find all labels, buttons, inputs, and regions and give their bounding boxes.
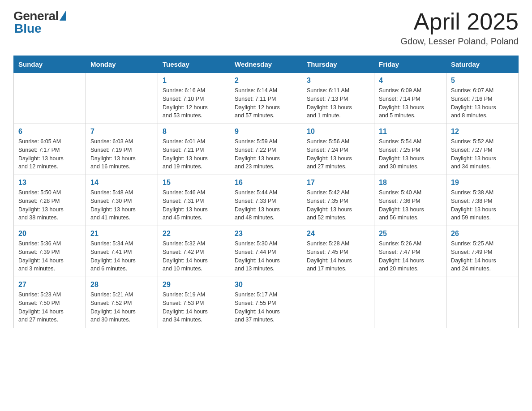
calendar-cell: 28Sunrise: 5:21 AM Sunset: 7:52 PM Dayli… bbox=[86, 277, 158, 328]
calendar-cell: 5Sunrise: 6:07 AM Sunset: 7:16 PM Daylig… bbox=[446, 73, 519, 124]
calendar-cell: 3Sunrise: 6:11 AM Sunset: 7:13 PM Daylig… bbox=[302, 73, 374, 124]
day-info: Sunrise: 5:56 AM Sunset: 7:24 PM Dayligh… bbox=[307, 137, 369, 171]
week-row-2: 6Sunrise: 6:05 AM Sunset: 7:17 PM Daylig… bbox=[14, 124, 519, 175]
day-number: 27 bbox=[18, 281, 81, 289]
calendar-cell: 30Sunrise: 5:17 AM Sunset: 7:55 PM Dayli… bbox=[230, 277, 302, 328]
day-info: Sunrise: 5:17 AM Sunset: 7:55 PM Dayligh… bbox=[235, 291, 297, 324]
day-number: 10 bbox=[307, 128, 369, 136]
day-info: Sunrise: 5:52 AM Sunset: 7:27 PM Dayligh… bbox=[451, 137, 514, 171]
page-header: General Blue April 2025 Gdow, Lesser Pol… bbox=[13, 9, 519, 47]
day-number: 23 bbox=[235, 230, 297, 238]
day-info: Sunrise: 5:46 AM Sunset: 7:31 PM Dayligh… bbox=[163, 188, 225, 222]
calendar-cell: 15Sunrise: 5:46 AM Sunset: 7:31 PM Dayli… bbox=[158, 175, 230, 226]
day-info: Sunrise: 5:28 AM Sunset: 7:45 PM Dayligh… bbox=[307, 240, 369, 273]
logo-triangle-icon bbox=[60, 11, 66, 21]
calendar-header-sunday: Sunday bbox=[14, 56, 86, 73]
day-info: Sunrise: 5:21 AM Sunset: 7:52 PM Dayligh… bbox=[90, 291, 153, 324]
calendar-cell: 24Sunrise: 5:28 AM Sunset: 7:45 PM Dayli… bbox=[302, 226, 374, 277]
day-info: Sunrise: 6:16 AM Sunset: 7:10 PM Dayligh… bbox=[163, 86, 225, 120]
day-number: 17 bbox=[307, 179, 369, 187]
day-info: Sunrise: 5:23 AM Sunset: 7:50 PM Dayligh… bbox=[18, 291, 81, 324]
calendar-cell bbox=[14, 73, 86, 124]
day-number: 15 bbox=[163, 179, 225, 187]
day-info: Sunrise: 6:07 AM Sunset: 7:16 PM Dayligh… bbox=[451, 86, 514, 120]
calendar-header-wednesday: Wednesday bbox=[230, 56, 302, 73]
day-info: Sunrise: 6:14 AM Sunset: 7:11 PM Dayligh… bbox=[235, 86, 297, 120]
calendar-cell: 7Sunrise: 6:03 AM Sunset: 7:19 PM Daylig… bbox=[86, 124, 158, 175]
day-number: 25 bbox=[379, 230, 442, 238]
day-info: Sunrise: 6:01 AM Sunset: 7:21 PM Dayligh… bbox=[163, 137, 225, 171]
logo: General Blue bbox=[13, 9, 66, 36]
day-number: 8 bbox=[163, 128, 225, 136]
day-info: Sunrise: 5:54 AM Sunset: 7:25 PM Dayligh… bbox=[379, 137, 442, 171]
calendar-header-row: SundayMondayTuesdayWednesdayThursdayFrid… bbox=[14, 56, 519, 73]
day-info: Sunrise: 5:36 AM Sunset: 7:39 PM Dayligh… bbox=[18, 240, 81, 273]
calendar-cell: 26Sunrise: 5:25 AM Sunset: 7:49 PM Dayli… bbox=[446, 226, 519, 277]
calendar-cell bbox=[86, 73, 158, 124]
day-info: Sunrise: 5:38 AM Sunset: 7:38 PM Dayligh… bbox=[451, 188, 514, 222]
logo-blue-text: Blue bbox=[14, 21, 42, 36]
day-info: Sunrise: 5:32 AM Sunset: 7:42 PM Dayligh… bbox=[163, 240, 225, 273]
day-info: Sunrise: 5:59 AM Sunset: 7:22 PM Dayligh… bbox=[235, 137, 297, 171]
week-row-5: 27Sunrise: 5:23 AM Sunset: 7:50 PM Dayli… bbox=[14, 277, 519, 328]
day-number: 2 bbox=[235, 77, 297, 85]
calendar-cell bbox=[374, 277, 446, 328]
calendar-cell: 22Sunrise: 5:32 AM Sunset: 7:42 PM Dayli… bbox=[158, 226, 230, 277]
calendar-cell: 19Sunrise: 5:38 AM Sunset: 7:38 PM Dayli… bbox=[446, 175, 519, 226]
day-info: Sunrise: 6:11 AM Sunset: 7:13 PM Dayligh… bbox=[307, 86, 369, 120]
calendar-cell: 20Sunrise: 5:36 AM Sunset: 7:39 PM Dayli… bbox=[14, 226, 86, 277]
day-info: Sunrise: 5:25 AM Sunset: 7:49 PM Dayligh… bbox=[451, 240, 514, 273]
calendar-cell: 9Sunrise: 5:59 AM Sunset: 7:22 PM Daylig… bbox=[230, 124, 302, 175]
calendar-cell: 29Sunrise: 5:19 AM Sunset: 7:53 PM Dayli… bbox=[158, 277, 230, 328]
calendar-cell: 25Sunrise: 5:26 AM Sunset: 7:47 PM Dayli… bbox=[374, 226, 446, 277]
calendar-cell: 11Sunrise: 5:54 AM Sunset: 7:25 PM Dayli… bbox=[374, 124, 446, 175]
day-number: 5 bbox=[451, 77, 514, 85]
week-row-3: 13Sunrise: 5:50 AM Sunset: 7:28 PM Dayli… bbox=[14, 175, 519, 226]
calendar-cell: 16Sunrise: 5:44 AM Sunset: 7:33 PM Dayli… bbox=[230, 175, 302, 226]
calendar-cell: 1Sunrise: 6:16 AM Sunset: 7:10 PM Daylig… bbox=[158, 73, 230, 124]
calendar-cell: 27Sunrise: 5:23 AM Sunset: 7:50 PM Dayli… bbox=[14, 277, 86, 328]
day-number: 21 bbox=[90, 230, 153, 238]
day-number: 9 bbox=[235, 128, 297, 136]
calendar-header-tuesday: Tuesday bbox=[158, 56, 230, 73]
day-number: 20 bbox=[18, 230, 81, 238]
calendar-cell: 4Sunrise: 6:09 AM Sunset: 7:14 PM Daylig… bbox=[374, 73, 446, 124]
day-info: Sunrise: 6:03 AM Sunset: 7:19 PM Dayligh… bbox=[90, 137, 153, 171]
calendar-cell bbox=[446, 277, 519, 328]
day-number: 4 bbox=[379, 77, 442, 85]
day-number: 12 bbox=[451, 128, 514, 136]
day-info: Sunrise: 5:48 AM Sunset: 7:30 PM Dayligh… bbox=[90, 188, 153, 222]
day-number: 29 bbox=[163, 281, 225, 289]
day-number: 7 bbox=[90, 128, 153, 136]
day-number: 18 bbox=[379, 179, 442, 187]
day-info: Sunrise: 5:44 AM Sunset: 7:33 PM Dayligh… bbox=[235, 188, 297, 222]
calendar-header-saturday: Saturday bbox=[446, 56, 519, 73]
calendar-cell: 14Sunrise: 5:48 AM Sunset: 7:30 PM Dayli… bbox=[86, 175, 158, 226]
calendar-header-thursday: Thursday bbox=[302, 56, 374, 73]
calendar-header-friday: Friday bbox=[374, 56, 446, 73]
month-title: April 2025 bbox=[400, 9, 519, 34]
day-info: Sunrise: 5:26 AM Sunset: 7:47 PM Dayligh… bbox=[379, 240, 442, 273]
day-info: Sunrise: 5:19 AM Sunset: 7:53 PM Dayligh… bbox=[163, 291, 225, 324]
calendar-cell: 17Sunrise: 5:42 AM Sunset: 7:35 PM Dayli… bbox=[302, 175, 374, 226]
day-number: 6 bbox=[18, 128, 81, 136]
day-info: Sunrise: 6:05 AM Sunset: 7:17 PM Dayligh… bbox=[18, 137, 81, 171]
calendar-cell: 13Sunrise: 5:50 AM Sunset: 7:28 PM Dayli… bbox=[14, 175, 86, 226]
week-row-4: 20Sunrise: 5:36 AM Sunset: 7:39 PM Dayli… bbox=[14, 226, 519, 277]
day-number: 14 bbox=[90, 179, 153, 187]
day-number: 1 bbox=[163, 77, 225, 85]
title-section: April 2025 Gdow, Lesser Poland, Poland bbox=[400, 9, 519, 47]
day-number: 28 bbox=[90, 281, 153, 289]
calendar-cell: 8Sunrise: 6:01 AM Sunset: 7:21 PM Daylig… bbox=[158, 124, 230, 175]
day-number: 11 bbox=[379, 128, 442, 136]
calendar-cell: 23Sunrise: 5:30 AM Sunset: 7:44 PM Dayli… bbox=[230, 226, 302, 277]
calendar-cell: 6Sunrise: 6:05 AM Sunset: 7:17 PM Daylig… bbox=[14, 124, 86, 175]
day-info: Sunrise: 5:30 AM Sunset: 7:44 PM Dayligh… bbox=[235, 240, 297, 273]
day-info: Sunrise: 5:34 AM Sunset: 7:41 PM Dayligh… bbox=[90, 240, 153, 273]
day-info: Sunrise: 6:09 AM Sunset: 7:14 PM Dayligh… bbox=[379, 86, 442, 120]
day-number: 16 bbox=[235, 179, 297, 187]
day-number: 26 bbox=[451, 230, 514, 238]
calendar-cell: 12Sunrise: 5:52 AM Sunset: 7:27 PM Dayli… bbox=[446, 124, 519, 175]
calendar-cell: 10Sunrise: 5:56 AM Sunset: 7:24 PM Dayli… bbox=[302, 124, 374, 175]
day-number: 19 bbox=[451, 179, 514, 187]
